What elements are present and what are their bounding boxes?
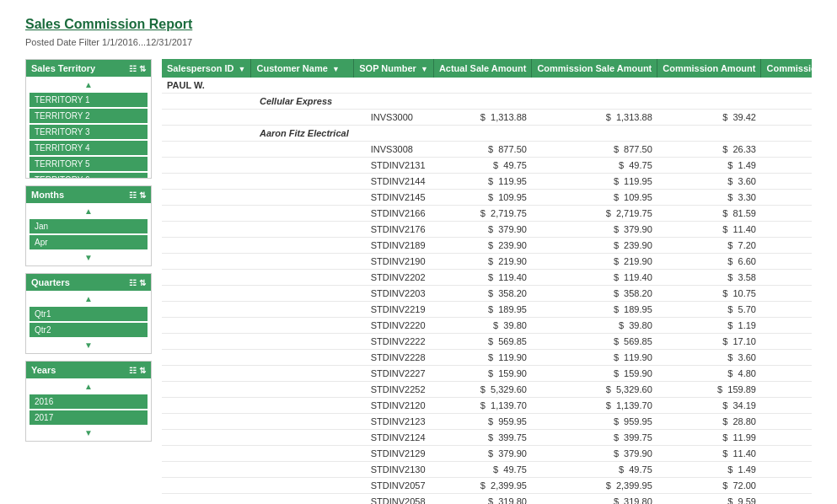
month-item-jan[interactable]: Jan xyxy=(30,219,148,233)
actual-sale: $ 358.20 xyxy=(433,286,532,302)
years-scroll-down[interactable]: ▼ xyxy=(26,426,151,439)
years-filter-icon[interactable]: ☷ xyxy=(129,366,137,375)
territory-item-2[interactable]: TERRITORY 2 xyxy=(30,109,148,123)
quarter-item-q2[interactable]: Qtr2 xyxy=(30,323,148,337)
commission-sale: $ 2,399.95 xyxy=(532,478,657,494)
territory-item-4[interactable]: TERRITORY 4 xyxy=(30,141,148,155)
quarters-sort-icon[interactable]: ⇅ xyxy=(139,278,146,287)
actual-sale: $ 119.95 xyxy=(433,174,532,190)
commission-sale: $ 319.80 xyxy=(532,494,657,505)
commission-pct: 3.0% xyxy=(761,494,812,505)
col-customer[interactable]: Customer Name ▼ xyxy=(251,59,354,78)
commission-sale: $ 399.75 xyxy=(532,430,657,446)
commission-amount: $ 34.19 xyxy=(657,398,761,414)
sop-number: STDINV2129 xyxy=(354,446,434,462)
commission-amount: $ 159.89 xyxy=(657,382,761,398)
commission-sale: $ 159.90 xyxy=(532,366,657,382)
sop-number: STDINV2227 xyxy=(354,366,434,382)
salesperson-row: PAUL W. xyxy=(162,78,812,94)
commission-pct: 3.0% xyxy=(761,174,812,190)
months-filter: Months ☷ ⇅ ▲ Jan Apr ▼ xyxy=(25,185,152,266)
year-item-2017[interactable]: 2017 xyxy=(30,410,148,425)
commission-pct: 3.0% xyxy=(761,206,812,222)
sop-number: STDINV2057 xyxy=(354,478,434,494)
commission-amount: $ 28.80 xyxy=(657,414,761,430)
years-scroll-up[interactable]: ▲ xyxy=(26,380,151,393)
territory-sort-icon[interactable]: ⇅ xyxy=(139,64,146,73)
months-scroll-up[interactable]: ▲ xyxy=(26,205,151,217)
months-sort-icon[interactable]: ⇅ xyxy=(139,190,146,200)
sop-number: STDINV2219 xyxy=(354,302,434,318)
sop-number: STDINV2222 xyxy=(354,334,434,350)
table-row: STDINV2131 $ 49.75 $ 49.75 $ 1.49 3.0% xyxy=(162,158,812,174)
quarters-scroll-down[interactable]: ▼ xyxy=(26,339,151,351)
actual-sale: $ 399.75 xyxy=(433,430,532,446)
actual-sale: $ 109.95 xyxy=(433,190,532,206)
quarters-label: Quarters xyxy=(31,277,70,287)
months-filter-icon[interactable]: ☷ xyxy=(129,190,137,200)
col-actual[interactable]: Actual Sale Amount xyxy=(433,59,532,78)
sop-number: STDINV2202 xyxy=(354,270,434,286)
quarters-filter-icon[interactable]: ☷ xyxy=(129,278,137,287)
actual-sale: $ 2,719.75 xyxy=(433,206,532,222)
territory-item-1[interactable]: TERRITORY 1 xyxy=(30,93,148,107)
commission-table: Salesperson ID ▼ Customer Name ▼ SOP Num… xyxy=(162,59,812,504)
actual-sale: $ 49.75 xyxy=(433,462,532,478)
months-scroll-down[interactable]: ▼ xyxy=(26,251,151,264)
commission-pct: 3.0% xyxy=(761,398,812,414)
commission-sale: $ 959.95 xyxy=(532,414,657,430)
month-item-apr[interactable]: Apr xyxy=(30,235,148,249)
territory-item-5[interactable]: TERRITORY 5 xyxy=(30,157,148,171)
sop-number: STDINV2058 xyxy=(354,494,434,505)
col-salesperson[interactable]: Salesperson ID ▼ xyxy=(162,59,251,78)
commission-sale: $ 49.75 xyxy=(532,158,657,174)
quarter-item-q1[interactable]: Qtr1 xyxy=(30,307,148,321)
col-commission-amt[interactable]: Commission Amount xyxy=(657,59,761,78)
table-row: STDINV2219 $ 189.95 $ 189.95 $ 5.70 3.0% xyxy=(162,302,812,318)
year-item-2016[interactable]: 2016 xyxy=(30,394,148,409)
col-commission-pct[interactable]: Commission % xyxy=(761,59,812,78)
territory-item-6[interactable]: TERRITORY 6 xyxy=(30,173,148,178)
commission-amount: $ 9.59 xyxy=(657,494,761,505)
table-row: STDINV2120 $ 1,139.70 $ 1,139.70 $ 34.19… xyxy=(162,398,812,414)
commission-amount: $ 26.33 xyxy=(657,142,761,158)
territory-item-3[interactable]: TERRITORY 3 xyxy=(30,125,148,139)
quarters-header: Quarters ☷ ⇅ xyxy=(26,274,151,291)
commission-amount: $ 1.49 xyxy=(657,158,761,174)
commission-pct: 3.0% xyxy=(761,110,812,126)
sop-number: STDINV2190 xyxy=(354,254,434,270)
years-sort-icon[interactable]: ⇅ xyxy=(139,366,146,375)
commission-amount: $ 4.80 xyxy=(657,366,761,382)
col-sop[interactable]: SOP Number ▼ xyxy=(354,59,434,78)
commission-amount: $ 3.58 xyxy=(657,270,761,286)
commission-pct: 3.0% xyxy=(761,318,812,334)
commission-amount: $ 1.19 xyxy=(657,318,761,334)
quarters-scroll-up[interactable]: ▲ xyxy=(26,292,151,305)
table-row: STDINV2176 $ 379.90 $ 379.90 $ 11.40 3.0… xyxy=(162,222,812,238)
commission-sale: $ 569.85 xyxy=(532,334,657,350)
table-row: STDINV2203 $ 358.20 $ 358.20 $ 10.75 3.0… xyxy=(162,286,812,302)
territory-filter-icon[interactable]: ☷ xyxy=(129,64,137,73)
quarters-filter: Quarters ☷ ⇅ ▲ Qtr1 Qtr2 ▼ xyxy=(25,273,152,354)
commission-pct: 3.0% xyxy=(761,142,812,158)
sop-number: STDINV2130 xyxy=(354,462,434,478)
commission-amount: $ 39.42 xyxy=(657,110,761,126)
table-row: STDINV2228 $ 119.90 $ 119.90 $ 3.60 3.0% xyxy=(162,350,812,366)
table-row: STDINV2189 $ 239.90 $ 239.90 $ 7.20 3.0% xyxy=(162,238,812,254)
actual-sale: $ 5,329.60 xyxy=(433,382,532,398)
sop-number: INVS3000 xyxy=(354,110,434,126)
months-label: Months xyxy=(31,190,64,200)
table-row: STDINV2123 $ 959.95 $ 959.95 $ 28.80 3.0… xyxy=(162,414,812,430)
commission-pct: 3.0% xyxy=(761,302,812,318)
commission-pct: 3.0% xyxy=(761,446,812,462)
commission-pct: 3.0% xyxy=(761,414,812,430)
commission-sale: $ 877.50 xyxy=(532,142,657,158)
col-commission-sale[interactable]: Commission Sale Amount xyxy=(532,59,657,78)
sop-number: STDINV2176 xyxy=(354,222,434,238)
sop-number: STDINV2123 xyxy=(354,414,434,430)
commission-pct: 3.0% xyxy=(761,430,812,446)
commission-pct: 3.0% xyxy=(761,238,812,254)
commission-sale: $ 2,719.75 xyxy=(532,206,657,222)
commission-sale: $ 219.90 xyxy=(532,254,657,270)
territory-scroll-up[interactable]: ▲ xyxy=(26,78,151,91)
